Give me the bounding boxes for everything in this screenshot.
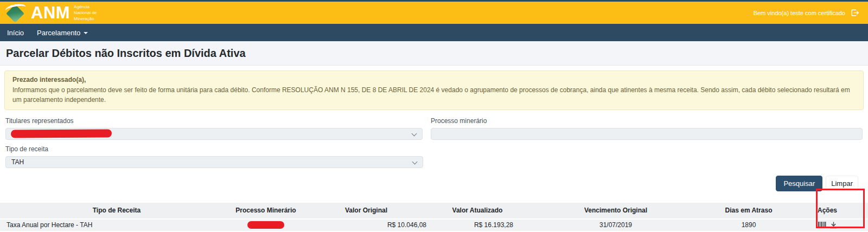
anm-diamond-logo-icon: [4, 3, 27, 23]
title-band: Parcelar Débitos não Inscritos em Dívida…: [0, 41, 868, 66]
nav-item-inicio[interactable]: Início: [7, 29, 24, 37]
col-header-tipo-receita: Tipo de Receita: [0, 203, 233, 220]
cell-vencimento: 31/07/2019: [521, 220, 711, 232]
chevron-down-icon: [412, 131, 417, 136]
welcome-text: Bem vindo(a) teste com certificado: [754, 10, 845, 16]
tipo-receita-value: TAH: [11, 158, 24, 166]
titulares-select[interactable]: [5, 128, 423, 140]
col-header-dias-atraso: Dias em Atraso: [711, 203, 787, 220]
nav-item-label: Início: [7, 29, 24, 37]
app-header: ANM Agência Nacional de Mineração Bem vi…: [0, 0, 868, 24]
cell-tipo-receita: Taxa Anual por Hectare - TAH: [0, 220, 233, 232]
brand-subtitle-line: Agência: [74, 4, 97, 10]
redaction-processo: [247, 221, 284, 229]
tipo-receita-label: Tipo de receita: [5, 145, 423, 153]
search-button[interactable]: Pesquisar: [776, 176, 822, 191]
alert-body: Informamos que o parcelamento deve ser f…: [12, 85, 856, 105]
warning-alert: Prezado interessado(a), Informamos que o…: [4, 70, 864, 110]
barcode-icon[interactable]: [818, 222, 826, 228]
processo-label: Processo minerário: [431, 117, 863, 125]
anm-logo: ANM Agência Nacional de Mineração: [4, 3, 97, 23]
cell-acoes: [787, 220, 868, 232]
page-title: Parcelar Débitos não Inscritos em Dívida…: [6, 47, 246, 60]
cell-dias-atraso: 1890: [711, 220, 787, 232]
tipo-receita-select[interactable]: TAH: [5, 156, 423, 168]
cell-processo: [233, 220, 298, 232]
alert-greeting: Prezado interessado(a),: [12, 75, 856, 85]
redaction-titular: [11, 129, 112, 138]
brand-subtitle-line: Mineração: [74, 16, 97, 22]
brand-subtitle: Agência Nacional de Mineração: [74, 3, 97, 22]
table-row: Taxa Anual por Hectare - TAH R$ 10.046,0…: [0, 220, 868, 232]
filter-form: Titulares representados Processo minerár…: [0, 110, 868, 191]
chevron-down-icon: [412, 159, 418, 164]
cell-valor-atualizado: R$ 16.193,28: [434, 220, 521, 232]
processo-input[interactable]: [431, 128, 863, 140]
results-table-wrap: Tipo de Receita Processo Minerário Valor…: [0, 203, 868, 232]
titulares-label: Titulares representados: [5, 117, 423, 125]
col-header-valor-original: Valor Original: [298, 203, 434, 220]
clear-button[interactable]: Limpar: [826, 176, 858, 191]
welcome-area: Bem vindo(a) teste com certificado: [754, 9, 859, 17]
col-header-processo: Processo Minerário: [233, 203, 298, 220]
logout-icon[interactable]: [850, 9, 859, 17]
table-header-row: Tipo de Receita Processo Minerário Valor…: [0, 203, 868, 220]
download-icon[interactable]: [830, 222, 837, 229]
caret-down-icon: [84, 32, 88, 34]
nav-item-parcelamento[interactable]: Parcelamento: [37, 29, 88, 37]
col-header-valor-atualizado: Valor Atualizado: [434, 203, 521, 220]
brand-subtitle-line: Nacional de: [74, 10, 97, 16]
main-navbar: Início Parcelamento: [0, 24, 868, 41]
cell-valor-original: R$ 10.046,08: [298, 220, 434, 232]
brand-name: ANM: [31, 4, 70, 21]
col-header-acoes: Ações: [787, 203, 868, 220]
results-table: Tipo de Receita Processo Minerário Valor…: [0, 203, 868, 232]
col-header-vencimento: Vencimento Original: [521, 203, 711, 220]
nav-item-label: Parcelamento: [37, 29, 80, 37]
